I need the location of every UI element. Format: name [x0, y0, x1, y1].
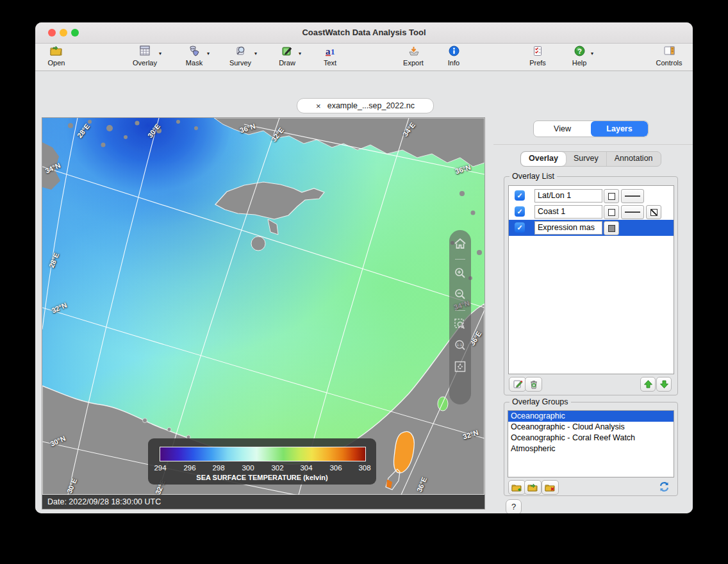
mask-icon: [169, 46, 220, 58]
content-area: × example_...sep_2022.nc Variable: sea_s…: [35, 71, 693, 513]
visibility-checkbox[interactable]: ✓: [515, 190, 525, 201]
map-view[interactable]: 28°E 30°E 36°N 32°E 34°E 36°N 34°N 28°E …: [42, 118, 484, 495]
swatch-empty-icon: [608, 193, 615, 200]
home-view-icon[interactable]: [454, 238, 467, 252]
svg-text:1: 1: [331, 47, 335, 56]
close-tab-icon[interactable]: ×: [316, 101, 321, 111]
layer-tabs: Overlay Survey Annotation: [520, 151, 661, 167]
tab-overlay[interactable]: Overlay: [521, 152, 566, 166]
info-icon: [428, 46, 479, 58]
group-item-coral-reef-watch[interactable]: Oceanographic - Coral Reef Watch: [508, 433, 674, 444]
document-tab[interactable]: × example_...sep_2022.nc: [297, 98, 434, 113]
overlay-list: ✓ Lat/Lon 1 ✓ Coast 1: [508, 185, 674, 374]
color-swatch-button[interactable]: [604, 221, 619, 235]
zoom-actual-size-icon[interactable]: 1:1: [454, 339, 467, 354]
document-tab-label: example_...sep_2022.nc: [327, 101, 415, 110]
color-scale-ticks: 294 296 298 300 302 304 306 308: [148, 464, 376, 473]
color-swatch-button[interactable]: [604, 205, 619, 219]
svg-text:?: ?: [577, 47, 582, 55]
draw-dropdown-arrow-icon[interactable]: ▾: [299, 51, 301, 56]
overlay-button[interactable]: Overlay ▾: [119, 46, 170, 67]
folder-add-icon: [511, 483, 522, 492]
open-folder-icon: [35, 46, 82, 58]
delete-overlay-button[interactable]: [525, 377, 542, 392]
zoom-in-icon[interactable]: [454, 267, 467, 282]
overlay-row-latlon[interactable]: ✓ Lat/Lon 1: [509, 188, 674, 204]
line-style-icon: [625, 195, 640, 197]
survey-button[interactable]: Survey ▾: [215, 46, 266, 67]
tab-annotation[interactable]: Annotation: [607, 152, 661, 166]
line-style-button[interactable]: [621, 189, 644, 203]
group-item-oceanographic[interactable]: Oceanographic: [508, 411, 674, 422]
layers-toggle-button[interactable]: Layers: [591, 121, 648, 137]
view-toggle-button[interactable]: View: [534, 121, 591, 137]
zoom-out-icon[interactable]: [454, 288, 467, 303]
edit-overlay-button[interactable]: [509, 377, 526, 392]
help-button[interactable]: ? Help ▾: [554, 46, 605, 67]
refresh-groups-button[interactable]: [658, 481, 670, 495]
overlay-groups-list: Oceanographic Oceanographic - Cloud Anal…: [508, 410, 674, 477]
overlay-name-field[interactable]: Expression mas: [534, 221, 602, 235]
map-tool-strip: 1:1: [449, 230, 471, 404]
help-dropdown-arrow-icon[interactable]: ▾: [591, 51, 593, 56]
fill-style-button[interactable]: [646, 205, 661, 219]
survey-dropdown-arrow-icon[interactable]: ▾: [254, 51, 257, 56]
folder-open-icon: [527, 483, 538, 492]
swatch-filled-icon: [608, 225, 615, 232]
tick-label: 298: [206, 464, 231, 472]
overlay-groups-groupbox: Overlay Groups Oceanographic Oceanograph…: [504, 402, 678, 496]
group-item-cloud-analysis[interactable]: Oceanographic - Cloud Analysis: [508, 422, 674, 433]
swatch-empty-icon: [608, 209, 615, 216]
tick-label: 304: [294, 464, 319, 472]
tick-label: 296: [177, 464, 203, 472]
line-style-button[interactable]: [621, 205, 644, 219]
line-style-icon: [625, 212, 640, 213]
trash-icon: [529, 379, 538, 389]
load-group-button[interactable]: [524, 480, 542, 495]
fit-view-icon[interactable]: [454, 360, 467, 376]
move-up-button[interactable]: [640, 377, 656, 392]
controls-button[interactable]: Controls: [643, 46, 693, 67]
tick-label: 294: [147, 464, 173, 472]
overlay-grid-icon: [119, 46, 170, 58]
arrow-up-icon: [643, 379, 653, 389]
info-button[interactable]: Info: [428, 46, 479, 67]
date-bar: Date: 2022/09/28 18:30:00 UTC: [42, 495, 484, 509]
window-title: CoastWatch Data Analysis Tool: [35, 28, 693, 37]
folder-delete-icon: [545, 483, 556, 492]
visibility-checkbox[interactable]: ✓: [515, 206, 525, 217]
text-a1-icon: a1: [304, 46, 356, 58]
open-button[interactable]: Open: [35, 46, 82, 67]
view-layers-toggle: View Layers: [533, 120, 649, 137]
refresh-icon: [658, 481, 670, 493]
tab-survey[interactable]: Survey: [566, 152, 607, 166]
survey-magnifier-icon: [215, 46, 266, 58]
overlay-name-field[interactable]: Coast 1: [534, 205, 602, 219]
panel-divider: [493, 144, 693, 145]
text-button[interactable]: a1 Text: [304, 46, 356, 67]
zoom-select-icon[interactable]: [454, 318, 467, 333]
move-down-button[interactable]: [656, 377, 672, 392]
svg-text:a: a: [326, 46, 331, 56]
group-item-atmospheric[interactable]: Atmospheric: [508, 444, 674, 454]
overlay-row-coast[interactable]: ✓ Coast 1: [509, 204, 674, 220]
main-toolbar: Open Overlay ▾ Mask ▾ Survey ▾: [35, 44, 693, 71]
arrow-down-icon: [659, 379, 669, 389]
create-group-button[interactable]: [508, 480, 525, 495]
delete-group-button[interactable]: [542, 480, 559, 495]
tool-divider: [455, 310, 465, 311]
overlay-name-field[interactable]: Lat/Lon 1: [534, 189, 602, 203]
tick-label: 302: [265, 464, 290, 472]
overlay-groups-title: Overlay Groups: [509, 397, 571, 406]
mask-button[interactable]: Mask ▾: [169, 46, 220, 67]
help-icon: ?: [554, 46, 605, 58]
tick-label: 306: [323, 464, 349, 472]
visibility-checkbox[interactable]: ✓: [515, 222, 525, 233]
tick-label: 300: [235, 464, 261, 472]
panel-help-button[interactable]: ?: [506, 499, 522, 513]
color-swatch-button[interactable]: [604, 189, 619, 203]
overlay-row-expression-mask[interactable]: ✓ Expression mas: [509, 220, 674, 236]
mask-dropdown-arrow-icon[interactable]: ▾: [207, 51, 210, 56]
overlay-dropdown-arrow-icon[interactable]: ▾: [159, 51, 161, 56]
controls-window-icon: [643, 46, 693, 58]
